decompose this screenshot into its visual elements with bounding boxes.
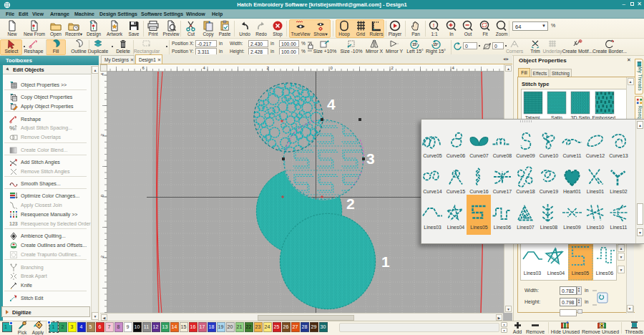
- svg-text:Lines06: Lines06: [596, 271, 614, 276]
- svg-text:!: !: [433, 23, 434, 28]
- svg-text:Curve17: Curve17: [493, 189, 512, 194]
- svg-text:Curve11: Curve11: [563, 153, 582, 158]
- svg-text:15°: 15°: [412, 42, 418, 47]
- svg-text:Lines04: Lines04: [447, 225, 465, 230]
- svg-text:Curve10: Curve10: [540, 153, 559, 158]
- svg-text:Curve13: Curve13: [609, 153, 628, 158]
- svg-text:Curve07: Curve07: [469, 153, 489, 158]
- svg-text:Curve19: Curve19: [540, 189, 559, 194]
- svg-text:Lines09: Lines09: [563, 225, 581, 230]
- svg-text:1: 1: [381, 253, 390, 270]
- svg-text:Lines02: Lines02: [610, 189, 628, 194]
- svg-text:Lines05: Lines05: [572, 271, 590, 276]
- svg-text:Curve08: Curve08: [493, 153, 512, 158]
- svg-text:4: 4: [327, 96, 336, 112]
- svg-text:Curve14: Curve14: [423, 189, 442, 194]
- svg-text:Lines08: Lines08: [540, 225, 558, 230]
- svg-text:Heart01: Heart01: [563, 189, 581, 194]
- svg-text:Lines06: Lines06: [494, 225, 512, 230]
- svg-text:Lines05: Lines05: [470, 225, 488, 230]
- svg-text:Curve06: Curve06: [447, 153, 466, 158]
- svg-text:3: 3: [366, 150, 375, 167]
- svg-text:Lines10: Lines10: [587, 225, 605, 230]
- svg-text:Lines03: Lines03: [424, 225, 441, 230]
- svg-text:Lines11: Lines11: [610, 225, 627, 230]
- svg-text:Curve15: Curve15: [447, 189, 466, 194]
- svg-text:Curve16: Curve16: [469, 189, 489, 194]
- svg-text:Curve12: Curve12: [586, 153, 605, 158]
- svg-text:Lines04: Lines04: [547, 271, 565, 276]
- svg-text:15°: 15°: [433, 42, 439, 47]
- svg-text:Lines03: Lines03: [524, 271, 542, 276]
- svg-text:Lines01: Lines01: [587, 189, 605, 194]
- svg-text:%: %: [9, 125, 15, 132]
- svg-text:2: 2: [346, 195, 355, 212]
- svg-text:Curve05: Curve05: [423, 153, 442, 158]
- svg-text:Lines07: Lines07: [517, 225, 535, 230]
- svg-text:Curve09: Curve09: [516, 153, 535, 158]
- svg-text:123: 123: [9, 221, 18, 226]
- svg-text:Curve18: Curve18: [516, 189, 535, 194]
